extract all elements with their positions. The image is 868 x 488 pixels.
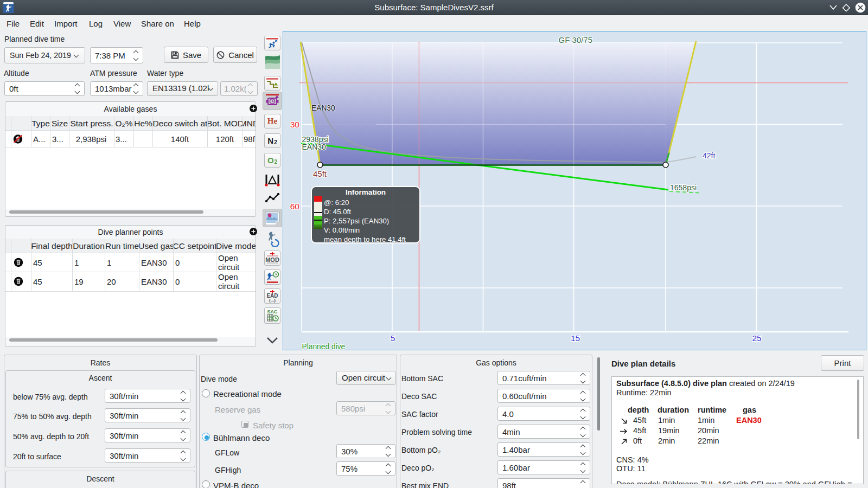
svg-text:SAC: SAC (267, 309, 278, 314)
svg-text:15: 15 (571, 333, 580, 343)
svg-text:30: 30 (290, 120, 300, 129)
svg-text:GF 30/75: GF 30/75 (559, 35, 593, 44)
svg-text:MOD: MOD (265, 256, 279, 263)
svg-text:60: 60 (290, 202, 300, 211)
svg-text:1658psi: 1658psi (670, 183, 697, 192)
svg-text:5: 5 (391, 333, 395, 343)
svg-text:(...): (...) (269, 298, 276, 303)
svg-text:EAN30: EAN30 (311, 104, 335, 112)
svg-text:45ft: 45ft (313, 169, 327, 178)
svg-text:42ft: 42ft (703, 151, 715, 160)
svg-text:EAN30: EAN30 (302, 143, 327, 151)
svg-text:Planned dive: Planned dive (302, 343, 346, 350)
svg-text:25: 25 (752, 333, 761, 343)
